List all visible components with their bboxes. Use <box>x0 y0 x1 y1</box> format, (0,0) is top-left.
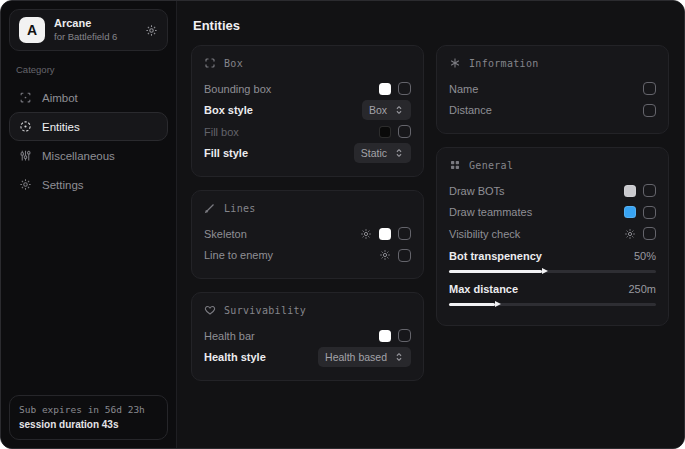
avatar: A <box>19 17 45 43</box>
sidebar-item-miscellaneous[interactable]: Miscellaneous <box>9 141 168 170</box>
slider-fill[interactable] <box>449 303 495 306</box>
panel-title: Box <box>224 58 243 69</box>
select-value: Box <box>369 104 387 116</box>
chevron-updown-icon <box>394 352 404 362</box>
row-label: Fill style <box>204 147 346 159</box>
gear-icon <box>19 178 32 191</box>
checkbox[interactable] <box>643 82 656 95</box>
checkbox[interactable] <box>643 184 656 197</box>
checkbox[interactable] <box>398 227 411 240</box>
box-style-select[interactable]: Box <box>362 100 411 120</box>
row-label: Bounding box <box>204 83 371 95</box>
app-subtitle: for Battlefield 6 <box>54 31 136 43</box>
color-swatch[interactable] <box>379 228 391 240</box>
panel-title: Information <box>469 58 539 69</box>
slider-label: Bot transpenency <box>449 250 626 262</box>
color-swatch[interactable] <box>379 83 391 95</box>
color-swatch[interactable] <box>379 330 391 342</box>
entities-icon <box>19 120 32 133</box>
panel-title: General <box>469 160 513 171</box>
row-health-style: Health style Health based <box>204 347 411 369</box>
row-line-to-enemy: Line to enemy <box>204 245 411 267</box>
category-label: Category <box>16 64 161 75</box>
checkbox[interactable] <box>398 329 411 342</box>
panel-title: Survivability <box>224 305 306 316</box>
account-card[interactable]: A Arcane for Battlefield 6 <box>9 9 168 51</box>
bot-transparency-slider-block: Bot transpenency 50% <box>449 247 656 273</box>
bot-transparency-slider[interactable] <box>449 270 656 273</box>
main-content: Entities Box Bounding box <box>177 1 684 448</box>
session-duration-text: session duration 43s <box>19 417 158 432</box>
row-label: Draw BOTs <box>449 185 616 197</box>
slider-labels: Bot transpenency 50% <box>449 247 656 265</box>
panel-information-header: Information <box>449 57 656 69</box>
slider-label: Max distance <box>449 283 620 295</box>
gear-icon[interactable] <box>624 228 636 240</box>
subscription-card: Sub expires in 56d 23h session duration … <box>9 395 168 440</box>
slider-labels: Max distance 250m <box>449 280 656 298</box>
panel-information: Information Name Distance <box>436 45 669 134</box>
asterisk-icon <box>449 57 461 69</box>
panel-general: General Draw BOTs Draw teammates <box>436 147 669 326</box>
box-icon <box>204 57 216 69</box>
checkbox[interactable] <box>643 206 656 219</box>
row-distance: Distance <box>449 100 656 122</box>
checkbox[interactable] <box>398 249 411 262</box>
app-title: Arcane <box>54 17 136 31</box>
slider-fill[interactable] <box>449 270 542 273</box>
row-label: Fill box <box>204 126 371 138</box>
slider-value: 250m <box>628 283 656 295</box>
checkbox[interactable] <box>643 227 656 240</box>
checkbox[interactable] <box>398 125 411 138</box>
sliders-icon <box>19 149 32 162</box>
row-fill-box: Fill box <box>204 121 411 143</box>
gear-icon[interactable] <box>360 228 372 240</box>
chevron-updown-icon <box>394 148 404 158</box>
row-visibility-check: Visibility check <box>449 223 656 245</box>
sidebar-item-entities[interactable]: Entities <box>9 112 168 141</box>
row-label: Skeleton <box>204 228 352 240</box>
row-health-bar: Health bar <box>204 325 411 347</box>
sidebar-item-label: Entities <box>42 121 80 133</box>
panel-box-header: Box <box>204 57 411 69</box>
fill-style-select[interactable]: Static <box>354 143 411 163</box>
checkbox[interactable] <box>643 104 656 117</box>
color-swatch[interactable] <box>379 126 391 138</box>
sub-expiry-text: Sub expires in 56d 23h <box>19 403 158 417</box>
select-value: Health based <box>325 351 387 363</box>
color-swatch[interactable] <box>624 206 636 218</box>
sidebar-item-aimbot[interactable]: Aimbot <box>9 83 168 112</box>
max-distance-slider[interactable] <box>449 303 656 306</box>
row-bounding-box: Bounding box <box>204 78 411 100</box>
row-label: Health bar <box>204 330 371 342</box>
sidebar-item-settings[interactable]: Settings <box>9 170 168 199</box>
row-label: Line to enemy <box>204 249 371 261</box>
row-label: Visibility check <box>449 228 616 240</box>
panel-title: Lines <box>224 203 256 214</box>
panel-general-header: General <box>449 159 656 171</box>
panel-survivability-header: Survivability <box>204 304 411 316</box>
row-draw-bots: Draw BOTs <box>449 180 656 202</box>
checkbox[interactable] <box>398 82 411 95</box>
panel-lines-header: Lines <box>204 202 411 214</box>
row-skeleton: Skeleton <box>204 223 411 245</box>
row-name: Name <box>449 78 656 100</box>
left-column: Box Bounding box Box style Box <box>191 45 424 381</box>
gear-icon[interactable] <box>379 249 391 261</box>
grid-icon <box>449 159 461 171</box>
line-icon <box>204 202 216 214</box>
crosshair-icon <box>19 91 32 104</box>
select-value: Static <box>361 147 387 159</box>
page-title: Entities <box>193 18 669 33</box>
health-style-select[interactable]: Health based <box>318 347 411 367</box>
row-label: Health style <box>204 351 310 363</box>
color-swatch[interactable] <box>624 185 636 197</box>
heart-icon <box>204 304 216 316</box>
row-label: Distance <box>449 104 635 116</box>
row-label: Draw teammates <box>449 206 616 218</box>
gear-icon[interactable] <box>145 24 158 37</box>
panel-survivability: Survivability Health bar Health style He… <box>191 292 424 381</box>
sidebar-item-label: Miscellaneous <box>42 150 115 162</box>
row-box-style: Box style Box <box>204 100 411 122</box>
sidebar-nav: Aimbot Entities Miscellaneous Settings <box>9 83 168 199</box>
